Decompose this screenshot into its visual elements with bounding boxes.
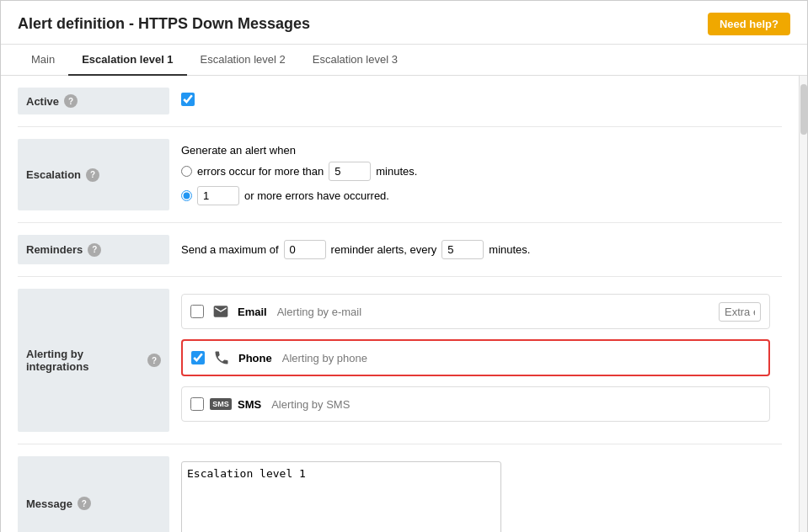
help-button[interactable]: Need help? — [708, 13, 790, 35]
escalation-radio2[interactable] — [181, 190, 192, 201]
alerting-field: Email Alerting by e-mail Phone A — [169, 289, 782, 432]
active-help-icon[interactable]: ? — [64, 94, 78, 108]
tab-escalation3[interactable]: Escalation level 3 — [299, 45, 411, 76]
escalation-minutes-input[interactable] — [329, 162, 371, 181]
reminders-field: Send a maximum of reminder alerts, every… — [169, 235, 782, 264]
tab-main[interactable]: Main — [18, 45, 68, 76]
escalation-label: Escalation ? — [18, 139, 169, 210]
reminders-every-input[interactable] — [441, 240, 484, 259]
email-icon — [211, 301, 231, 322]
message-label: Message ? — [18, 456, 169, 532]
email-desc: Alerting by e-mail — [277, 306, 361, 318]
escalation-option2: or more errors have occurred. — [181, 186, 770, 205]
escalation-field: Generate an alert when errors occur for … — [169, 139, 782, 210]
email-integration-item: Email Alerting by e-mail — [181, 294, 770, 329]
reminders-label: Reminders ? — [18, 235, 169, 264]
tabs-bar: Main Escalation level 1 Escalation level… — [1, 45, 807, 76]
phone-desc: Alerting by phone — [282, 352, 367, 364]
generate-text: Generate an alert when — [181, 144, 770, 157]
phone-integration-item: Phone Alerting by phone — [181, 339, 770, 376]
sms-label: SMS — [238, 398, 261, 411]
message-row: Message ? Escalation level 1 — [18, 444, 782, 532]
email-label: Email — [238, 306, 267, 318]
active-label: Active ? — [18, 88, 169, 114]
sms-icon: SMS — [211, 394, 231, 414]
message-help-icon[interactable]: ? — [78, 497, 91, 510]
sms-checkbox[interactable] — [190, 397, 204, 411]
tab-escalation2[interactable]: Escalation level 2 — [187, 45, 299, 76]
escalation-help-icon[interactable]: ? — [86, 168, 99, 182]
escalation-option1: errors occur for more than minutes. — [181, 162, 770, 181]
tab-escalation1[interactable]: Escalation level 1 — [68, 45, 186, 76]
escalation-radio1[interactable] — [181, 166, 192, 177]
reminders-max-input[interactable] — [284, 240, 326, 259]
active-field — [169, 88, 782, 111]
alerting-help-icon[interactable]: ? — [147, 354, 161, 367]
sms-desc: Alerting by SMS — [271, 398, 350, 411]
sms-integration-item: SMS SMS Alerting by SMS — [181, 386, 770, 422]
phone-label: Phone — [238, 352, 272, 364]
escalation-errors-input[interactable] — [197, 186, 239, 205]
phone-icon — [211, 348, 232, 368]
phone-checkbox[interactable] — [191, 351, 205, 364]
active-row: Active ? — [18, 76, 782, 127]
email-checkbox[interactable] — [190, 305, 204, 318]
alerting-row: Alerting by integrations ? Email Alertin — [18, 277, 782, 444]
message-field: Escalation level 1 — [169, 456, 782, 532]
active-checkbox[interactable] — [181, 93, 195, 106]
reminders-row: Reminders ? Send a maximum of reminder a… — [18, 223, 782, 277]
escalation-row: Escalation ? Generate an alert when erro… — [18, 127, 782, 223]
reminders-help-icon[interactable]: ? — [88, 243, 101, 257]
alerting-label: Alerting by integrations ? — [18, 289, 169, 432]
scrollbar-thumb — [800, 84, 807, 135]
extra-email-input[interactable] — [719, 302, 761, 322]
message-textarea[interactable]: Escalation level 1 — [181, 461, 501, 532]
scrollbar-track[interactable] — [799, 76, 807, 532]
dialog-title: Alert definition - HTTPS Down Messages — [18, 15, 310, 33]
